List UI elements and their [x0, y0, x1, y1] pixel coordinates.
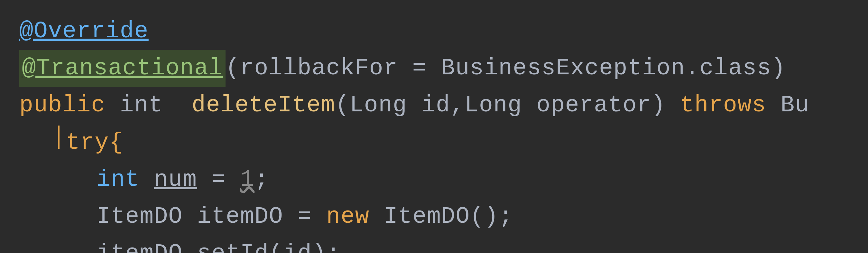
code-line-7: itemDO.setId(id);: [19, 235, 849, 253]
keyword-new: new: [326, 198, 369, 235]
code-line-4: try{: [19, 124, 849, 161]
var-num: num: [154, 161, 197, 198]
vertical-bar-indicator: [58, 125, 60, 149]
code-line-5: int num = 1;: [19, 161, 849, 198]
return-type: int: [105, 87, 192, 124]
keyword-int: int: [96, 161, 154, 198]
annotation-params: (rollbackFor = BusinessException.class): [225, 50, 786, 87]
throws-type: Bu: [766, 87, 809, 124]
code-line-1: @Override: [19, 13, 849, 50]
literal-1: 1: [240, 161, 255, 198]
itemdo-decl: ItemDO itemDO =: [96, 198, 326, 235]
throws-keyword: throws: [680, 87, 766, 124]
keyword-public: public: [19, 87, 105, 124]
annotation-transactional: @Transactional: [19, 50, 225, 87]
semicolon-1: ;: [254, 161, 269, 198]
method-params: (Long id,Long operator): [335, 87, 680, 124]
annotation-override: @Override: [19, 13, 149, 50]
code-line-2: @Transactional(rollbackFor = BusinessExc…: [19, 50, 849, 87]
method-name: deleteItem: [192, 87, 335, 124]
keyword-try: try{: [66, 124, 124, 161]
code-line-6: ItemDO itemDO = new ItemDO();: [19, 198, 849, 235]
code-editor: @Override @Transactional(rollbackFor = B…: [0, 0, 868, 253]
itemdo-setid: itemDO.setId(id);: [96, 235, 341, 253]
code-line-3: public int deleteItem(Long id,Long opera…: [19, 87, 849, 124]
itemdo-constructor: ItemDO();: [369, 198, 513, 235]
assign-op: =: [197, 161, 240, 198]
